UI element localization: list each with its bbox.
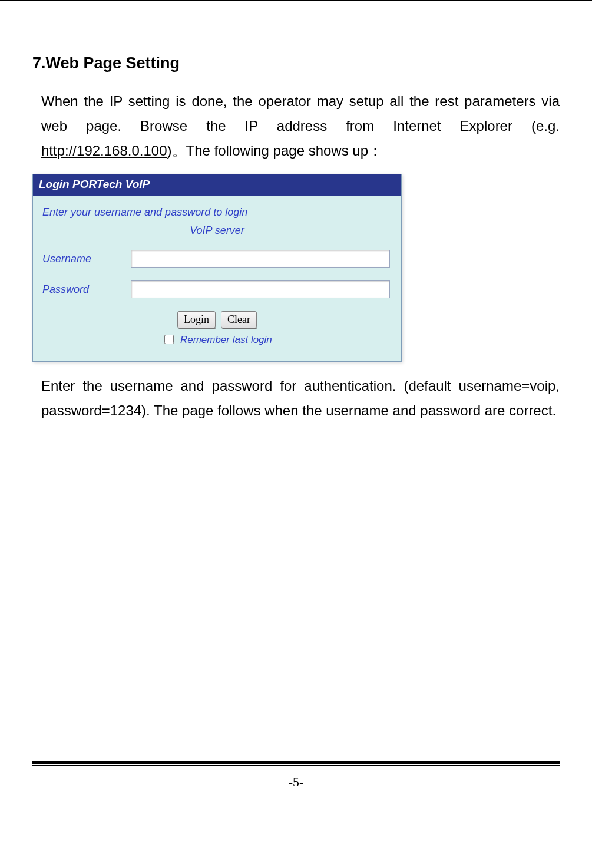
section-heading: 7.Web Page Setting [32, 54, 560, 72]
followup-paragraph: Enter the username and password for auth… [41, 374, 560, 423]
page-number: -5- [0, 774, 592, 790]
remember-checkbox[interactable] [164, 335, 174, 344]
password-label: Password [42, 283, 131, 296]
password-row: Password [42, 280, 392, 298]
login-button[interactable]: Login [177, 311, 216, 328]
login-title-bar: Login PORTech VoIP [33, 174, 401, 196]
remember-row: Remember last login [42, 333, 392, 346]
password-input[interactable] [131, 280, 390, 298]
login-screenshot: Login PORTech VoIP Enter your username a… [32, 174, 402, 362]
username-label: Username [42, 253, 131, 265]
login-instruction: Enter your username and password to logi… [42, 206, 392, 219]
button-row: Login Clear [42, 311, 392, 328]
intro-text-2: )。The following page shows up： [167, 143, 383, 159]
footer-divider [32, 761, 560, 766]
intro-paragraph: When the IP setting is done, the operato… [41, 89, 560, 163]
login-body: Enter your username and password to logi… [33, 196, 401, 361]
username-input[interactable] [131, 250, 390, 268]
remember-label: Remember last login [180, 334, 272, 345]
username-row: Username [42, 250, 392, 268]
login-subheading: VoIP server [42, 225, 392, 237]
example-url: http://192.168.0.100 [41, 143, 167, 159]
document-page: 7.Web Page Setting When the IP setting i… [0, 0, 592, 801]
intro-text-1: When the IP setting is done, the operato… [41, 93, 560, 134]
clear-button[interactable]: Clear [221, 311, 257, 328]
